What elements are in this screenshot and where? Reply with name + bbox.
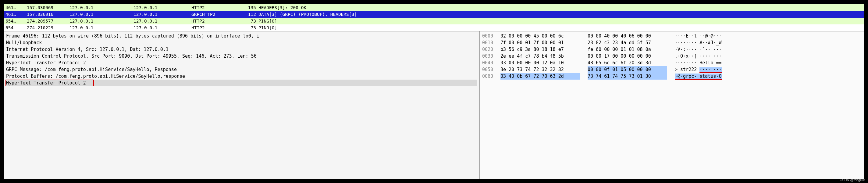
hex-bytes-left: 2e ee 4f c7 78 b4 f8 5b	[500, 53, 580, 59]
hex-row[interactable]: 000002 00 00 00 45 00 00 6c 00 00 40 00 …	[482, 33, 861, 39]
packet-row[interactable]: 461…157.030069127.0.0.1127.0.0.1HTTP2135…	[4, 4, 864, 11]
packet-src: 127.0.0.1	[69, 12, 133, 17]
hex-gap	[667, 39, 675, 46]
hex-bytes-right: fe 60 00 00 01 01 08 0a	[588, 46, 667, 53]
hex-gap	[667, 66, 675, 73]
packet-no: 461…	[5, 5, 27, 10]
packet-dst: 127.0.0.1	[133, 12, 191, 17]
hex-ascii: ·V·:···· ·`······	[675, 46, 861, 53]
packet-no: 654…	[5, 19, 27, 24]
packet-protocol: HTTP2	[191, 25, 240, 30]
hex-gap	[667, 53, 675, 59]
hex-bytes-left: b3 56 c9 3a 80 18 18 e7	[500, 46, 580, 53]
packet-info: PING[0]	[258, 19, 863, 24]
packet-protocol: GRPCHTTP2	[191, 12, 240, 17]
hex-row[interactable]: 006003 40 0b 67 72 70 63 2d 73 74 61 74 …	[482, 73, 861, 80]
packet-protocol: HTTP2	[191, 19, 240, 24]
hex-dump-pane[interactable]: 000002 00 00 00 45 00 00 6c 00 00 40 00 …	[480, 31, 864, 179]
packet-row[interactable]: 654…274.209577127.0.0.1127.0.0.1HTTP273P…	[4, 18, 864, 24]
hex-ascii: > str222 ········	[675, 66, 861, 73]
packet-dst: 127.0.0.1	[133, 19, 191, 24]
hex-gap	[667, 59, 675, 66]
hex-offset: 0040	[482, 59, 500, 66]
packet-time: 157.036016	[27, 12, 69, 17]
packet-no: 461…	[5, 12, 27, 17]
hex-gap	[667, 46, 675, 53]
detail-line[interactable]: HyperText Transfer Protocol 2	[6, 59, 477, 66]
packet-src: 127.0.0.1	[69, 5, 133, 10]
detail-line[interactable]: Frame 46196: 112 bytes on wire (896 bits…	[6, 33, 477, 39]
hex-ascii: ········ Hello ==	[675, 59, 861, 66]
hex-ascii: .·O·x··[ ········	[675, 53, 861, 59]
hex-bytes-right: 73 74 61 74 75 73 01 30	[588, 73, 667, 80]
hex-gap	[667, 73, 675, 80]
hex-bytes-left: 02 00 00 00 45 00 00 6c	[500, 33, 580, 39]
hex-gap	[580, 39, 588, 46]
hex-bytes-right: 00 00 0f 01 05 00 00 00	[588, 66, 667, 73]
hex-bytes-right: 00 00 40 00 40 06 00 00	[588, 33, 667, 39]
hex-bytes-left: 7f 00 00 01 7f 00 00 01	[500, 39, 580, 46]
packet-info: PING[0]	[258, 25, 863, 30]
hex-offset: 0000	[482, 33, 500, 39]
packet-dst: 127.0.0.1	[133, 25, 191, 30]
bottom-split: Frame 46196: 112 bytes on wire (896 bits…	[4, 31, 864, 179]
packet-protocol: HTTP2	[191, 5, 240, 10]
packet-row[interactable]: 654…274.210229127.0.0.1127.0.0.1HTTP273P…	[4, 24, 864, 31]
packet-list[interactable]: 461…157.030069127.0.0.1127.0.0.1HTTP2135…	[4, 4, 864, 31]
hex-gap	[580, 53, 588, 59]
hex-row[interactable]: 0020b3 56 c9 3a 80 18 18 e7 fe 60 00 00 …	[482, 46, 861, 53]
hex-offset: 0020	[482, 46, 500, 53]
detail-line[interactable]: Null/Loopback	[6, 39, 477, 46]
packet-time: 157.030069	[27, 5, 69, 10]
hex-bytes-left: 03 00 00 00 00 12 0a 10	[500, 59, 580, 66]
packet-info: DATA[3] (GRPC) (PROTOBUF), HEADERS[3]	[258, 12, 863, 17]
packet-no: 654…	[5, 25, 27, 30]
hex-gap	[580, 73, 588, 80]
packet-src: 127.0.0.1	[69, 19, 133, 24]
hex-ascii: ····E··l ··@·@···	[675, 33, 861, 39]
packet-length: 112	[240, 12, 258, 17]
hex-gap	[580, 46, 588, 53]
watermark: CSDN @fenglllle	[840, 178, 865, 182]
hex-gap	[580, 33, 588, 39]
packet-detail-pane[interactable]: Frame 46196: 112 bytes on wire (896 bits…	[4, 31, 480, 179]
detail-line[interactable]: Internet Protocol Version 4, Src: 127.0.…	[6, 46, 477, 53]
detail-line[interactable]: HyperText Transfer Protocol 2	[6, 80, 477, 86]
hex-offset: 0060	[482, 73, 500, 80]
hex-bytes-right: 23 82 c3 23 4a dd 5f 57	[588, 39, 667, 46]
hex-bytes-right: 00 00 17 00 00 00 00 00	[588, 53, 667, 59]
packet-length: 73	[240, 25, 258, 30]
hex-gap	[580, 59, 588, 66]
packet-time: 274.209577	[27, 19, 69, 24]
detail-line[interactable]: Protocol Buffers: /com.feng.proto.api.Hi…	[6, 73, 477, 80]
hex-gap	[580, 66, 588, 73]
hex-offset: 0050	[482, 66, 500, 73]
hex-row[interactable]: 00302e ee 4f c7 78 b4 f8 5b 00 00 17 00 …	[482, 53, 861, 59]
hex-row[interactable]: 00107f 00 00 01 7f 00 00 01 23 82 c3 23 …	[482, 39, 861, 46]
packet-src: 127.0.0.1	[69, 25, 133, 30]
hex-row[interactable]: 00503e 20 73 74 72 32 32 32 00 00 0f 01 …	[482, 66, 861, 73]
wireshark-panel: 461…157.030069127.0.0.1127.0.0.1HTTP2135…	[4, 4, 864, 179]
detail-line[interactable]: Transmission Control Protocol, Src Port:…	[6, 53, 477, 59]
packet-length: 135	[240, 5, 258, 10]
packet-row[interactable]: 461…157.036016127.0.0.1127.0.0.1GRPCHTTP…	[4, 11, 864, 18]
hex-gap	[667, 33, 675, 39]
hex-row[interactable]: 004003 00 00 00 00 12 0a 10 48 65 6c 6c …	[482, 59, 861, 66]
hex-bytes-left: 3e 20 73 74 72 32 32 32	[500, 66, 580, 73]
detail-line[interactable]: GRPC Message: /com.feng.proto.api.HiServ…	[6, 66, 477, 73]
packet-info: HEADERS[3]: 200 OK	[258, 5, 863, 10]
hex-ascii: ········ #··#J·_W	[675, 39, 861, 46]
hex-ascii: ·@·grpc- status·0	[675, 73, 861, 80]
hex-bytes-right: 48 65 6c 6c 6f 20 3d 3d	[588, 59, 667, 66]
packet-time: 274.210229	[27, 25, 69, 30]
packet-dst: 127.0.0.1	[133, 5, 191, 10]
hex-offset: 0010	[482, 39, 500, 46]
hex-bytes-left: 03 40 0b 67 72 70 63 2d	[500, 73, 580, 80]
packet-length: 73	[240, 19, 258, 24]
hex-offset: 0030	[482, 53, 500, 59]
